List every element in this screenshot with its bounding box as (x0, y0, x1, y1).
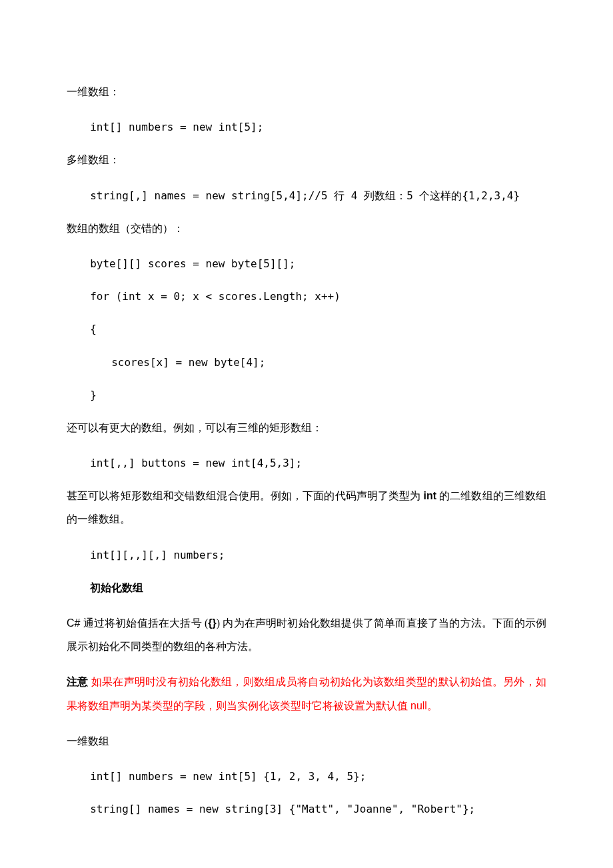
bold-int: int (423, 490, 436, 501)
note-end: 。 (427, 700, 438, 711)
code-3d-array: int[,,] buttons = new int[4,5,3]; (67, 451, 546, 475)
note-text: 如果在声明时没有初始化数组，则数组成员将自动初始化为该数组类型的默认初始值。另外… (67, 676, 546, 711)
code-1d-array: int[] numbers = new int[5]; (67, 115, 546, 139)
bold-braces: {} (208, 617, 216, 629)
code-jagged-4: scores[x] = new byte[4]; (67, 351, 546, 374)
note-null: null (410, 700, 427, 711)
code-jagged-3: { (67, 317, 546, 341)
heading-1d-init: 一维数组 (67, 729, 546, 753)
para-init-desc: C# 通过将初始值括在大括号 ({}) 内为在声明时初始化数组提供了简单而直接了… (67, 611, 546, 658)
code-jagged-1: byte[][] scores = new byte[5][]; (67, 252, 546, 275)
code-multi-array: string[,] names = new string[5,4];//5 行 … (67, 184, 546, 207)
text-segment: 甚至可以将矩形数组和交错数组混合使用。例如，下面的代码声明了类型为 (67, 490, 423, 501)
document-page: 一维数组： int[] numbers = new int[5]; 多维数组： … (0, 0, 613, 868)
para-bigger-array: 还可以有更大的数组。例如，可以有三维的矩形数组： (67, 416, 546, 439)
code-mixed-array: int[][,,][,] numbers; (67, 543, 546, 567)
heading-1d-array: 一维数组： (67, 80, 546, 103)
note-label: 注意 (67, 676, 89, 687)
code-init-2: string[] names = new string[3] {"Matt", … (67, 797, 546, 821)
heading-multi-array: 多维数组： (67, 148, 546, 171)
para-note: 注意 如果在声明时没有初始化数组，则数组成员将自动初始化为该数组类型的默认初始值… (67, 670, 546, 717)
heading-jagged-array: 数组的数组（交错的）： (67, 217, 546, 240)
code-init-1: int[] numbers = new int[5] {1, 2, 3, 4, … (67, 765, 546, 788)
para-mixed-array: 甚至可以将矩形数组和交错数组混合使用。例如，下面的代码声明了类型为 int 的二… (67, 484, 546, 531)
text-csharp: C# (67, 617, 80, 629)
code-jagged-5: } (67, 383, 546, 407)
heading-init-array: 初始化数组 (67, 576, 546, 599)
code-jagged-2: for (int x = 0; x < scores.Length; x++) (67, 285, 546, 308)
text-segment: 通过将初始值括在大括号 ( (80, 617, 208, 629)
